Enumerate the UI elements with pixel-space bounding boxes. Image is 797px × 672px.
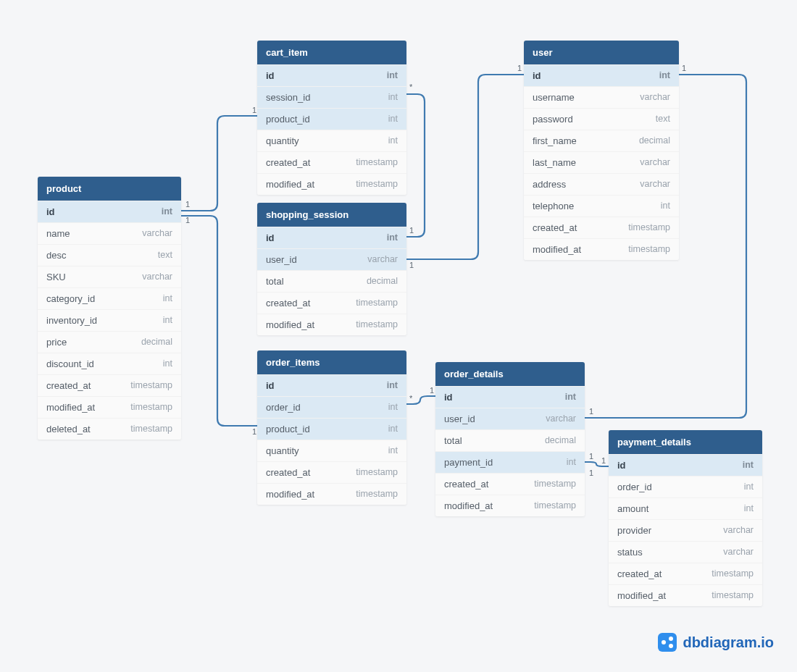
- column-type: varchar: [142, 272, 172, 282]
- svg-text:1: 1: [430, 386, 434, 395]
- column-type: int: [388, 114, 398, 125]
- column-type: timestamp: [534, 479, 576, 490]
- column-name: payment_id: [444, 457, 493, 468]
- table-row[interactable]: created_attimestamp: [257, 151, 406, 173]
- table-row[interactable]: created_attimestamp: [38, 374, 181, 396]
- table-row[interactable]: idint: [257, 227, 406, 248]
- column-type: varchar: [723, 547, 754, 558]
- column-name: deleted_at: [46, 424, 91, 434]
- column-name: quantity: [266, 445, 299, 456]
- table-row[interactable]: order_idint: [257, 396, 406, 418]
- table-row[interactable]: created_attimestamp: [435, 473, 585, 495]
- table-row[interactable]: passwordtext: [524, 108, 679, 130]
- table-row[interactable]: discount_idint: [38, 353, 181, 374]
- table-row[interactable]: session_idint: [257, 86, 406, 108]
- svg-text:1: 1: [589, 407, 593, 416]
- table-row[interactable]: modified_attimestamp: [435, 495, 585, 516]
- column-type: int: [744, 482, 754, 492]
- table-row[interactable]: statusvarchar: [609, 541, 762, 563]
- column-name: product_id: [266, 114, 310, 125]
- table-row[interactable]: quantityint: [257, 130, 406, 151]
- table-row[interactable]: last_namevarchar: [524, 151, 679, 173]
- table-row[interactable]: modified_attimestamp: [524, 238, 679, 260]
- table-payment_details[interactable]: payment_detailsidintorder_idintamountint…: [609, 430, 762, 606]
- column-type: timestamp: [130, 424, 172, 434]
- table-order_details[interactable]: order_detailsidintuser_idvarchartotaldec…: [435, 362, 585, 516]
- svg-text:1: 1: [185, 216, 190, 224]
- column-type: timestamp: [628, 244, 670, 255]
- table-row[interactable]: SKUvarchar: [38, 266, 181, 287]
- column-type: varchar: [640, 92, 670, 103]
- table-row[interactable]: addressvarchar: [524, 173, 679, 195]
- table-row[interactable]: idint: [435, 386, 585, 408]
- table-row[interactable]: modified_attimestamp: [38, 396, 181, 418]
- table-row[interactable]: category_idint: [38, 287, 181, 309]
- column-type: decimal: [545, 435, 576, 446]
- table-row[interactable]: user_idvarchar: [257, 248, 406, 270]
- table-header: order_items: [257, 350, 406, 374]
- column-type: varchar: [640, 179, 670, 190]
- column-type: int: [163, 293, 172, 304]
- table-row[interactable]: modified_attimestamp: [257, 173, 406, 195]
- table-row[interactable]: telephoneint: [524, 195, 679, 217]
- table-row[interactable]: idint: [257, 374, 406, 396]
- table-row[interactable]: payment_idint: [435, 451, 585, 473]
- table-row[interactable]: created_attimestamp: [257, 292, 406, 314]
- column-name: modified_at: [617, 590, 666, 601]
- table-row[interactable]: totaldecimal: [435, 429, 585, 451]
- table-row[interactable]: modified_attimestamp: [257, 314, 406, 335]
- table-shopping_session[interactable]: shopping_sessionidintuser_idvarchartotal…: [257, 203, 406, 335]
- table-row[interactable]: idint: [257, 64, 406, 86]
- table-row[interactable]: amountint: [609, 497, 762, 519]
- table-row[interactable]: created_attimestamp: [609, 563, 762, 584]
- table-row[interactable]: product_idint: [257, 418, 406, 440]
- table-row[interactable]: idint: [524, 64, 679, 86]
- table-row[interactable]: totaldecimal: [257, 270, 406, 292]
- column-name: username: [533, 92, 575, 103]
- table-header: order_details: [435, 362, 585, 386]
- column-name: id: [617, 460, 626, 471]
- table-row[interactable]: quantityint: [257, 440, 406, 461]
- table-row[interactable]: first_namedecimal: [524, 130, 679, 151]
- column-name: total: [266, 276, 284, 287]
- column-name: inventory_id: [46, 315, 97, 326]
- table-row[interactable]: pricedecimal: [38, 331, 181, 353]
- table-cart_item[interactable]: cart_itemidintsession_idintproduct_idint…: [257, 41, 406, 195]
- table-row[interactable]: deleted_attimestamp: [38, 418, 181, 440]
- svg-text:1: 1: [252, 106, 256, 114]
- table-row[interactable]: product_idint: [257, 108, 406, 130]
- table-row[interactable]: providervarchar: [609, 519, 762, 541]
- table-row[interactable]: order_idint: [609, 476, 762, 497]
- svg-text:*: *: [409, 83, 413, 91]
- svg-text:1: 1: [409, 226, 414, 235]
- table-row[interactable]: user_idvarchar: [435, 408, 585, 429]
- column-name: modified_at: [266, 319, 314, 330]
- table-product[interactable]: productidintnamevarchardesctextSKUvarcha…: [38, 177, 181, 440]
- column-type: int: [744, 503, 754, 514]
- column-name: created_at: [617, 568, 662, 579]
- table-row[interactable]: usernamevarchar: [524, 86, 679, 108]
- table-row[interactable]: modified_attimestamp: [609, 584, 762, 606]
- logo-text: dbdiagram.io: [683, 634, 774, 651]
- table-row[interactable]: modified_attimestamp: [257, 483, 406, 505]
- table-row[interactable]: idint: [38, 201, 181, 222]
- table-user[interactable]: useridintusernamevarcharpasswordtextfirs…: [524, 41, 679, 260]
- column-type: int: [743, 460, 754, 471]
- table-row[interactable]: namevarchar: [38, 222, 181, 244]
- table-row[interactable]: idint: [609, 454, 762, 476]
- table-row[interactable]: inventory_idint: [38, 309, 181, 331]
- svg-text:1: 1: [517, 64, 522, 72]
- table-row[interactable]: created_attimestamp: [524, 217, 679, 238]
- column-name: product_id: [266, 424, 310, 434]
- column-type: timestamp: [712, 590, 754, 601]
- svg-text:*: *: [409, 394, 413, 403]
- column-name: price: [46, 337, 67, 348]
- table-row[interactable]: created_attimestamp: [257, 461, 406, 483]
- column-name: modified_at: [444, 500, 493, 511]
- table-row[interactable]: desctext: [38, 244, 181, 266]
- column-type: int: [388, 135, 398, 146]
- column-name: telephone: [533, 201, 574, 211]
- column-name: user_id: [444, 413, 475, 424]
- column-type: int: [659, 70, 670, 81]
- table-order_items[interactable]: order_itemsidintorder_idintproduct_idint…: [257, 350, 406, 505]
